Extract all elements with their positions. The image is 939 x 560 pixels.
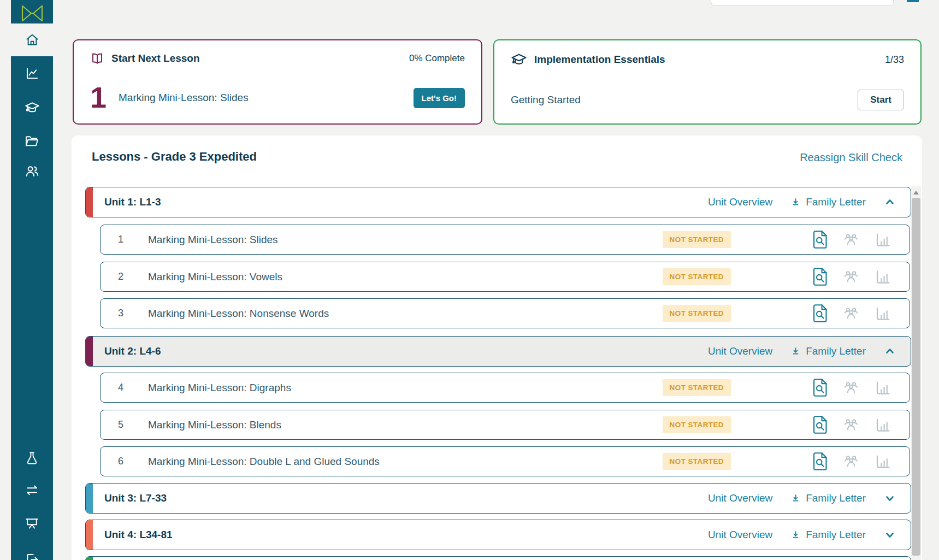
unit-accent-bar xyxy=(86,484,93,513)
group-assign-icon[interactable] xyxy=(843,455,859,469)
download-icon xyxy=(790,493,801,504)
reassign-skill-check-link[interactable]: Reassign Skill Check xyxy=(800,151,902,164)
lesson-row[interactable]: 6 Marking Mini-Lesson: Double L and Glue… xyxy=(100,446,910,476)
scrollbar[interactable] xyxy=(911,186,921,560)
logo-bowtie-icon xyxy=(20,4,44,23)
unit-accent-bar xyxy=(86,520,93,550)
lesson-row[interactable]: 5 Marking Mini-Lesson: Blends NOT STARTE… xyxy=(100,410,910,440)
sidebar-item-students[interactable] xyxy=(11,155,53,187)
results-chart-icon[interactable] xyxy=(875,454,891,469)
chevron-down-icon[interactable] xyxy=(883,492,896,505)
sidebar-item-sign-out[interactable] xyxy=(11,543,53,560)
presentation-board-icon xyxy=(25,516,39,531)
unit-header[interactable]: Unit 1: L1-3 Unit Overview Family Letter xyxy=(85,187,911,217)
group-assign-icon[interactable] xyxy=(843,381,859,395)
lesson-preview-icon[interactable] xyxy=(813,230,828,249)
family-letter-link[interactable]: Family Letter xyxy=(790,492,866,504)
lets-go-button[interactable]: Let's Go! xyxy=(414,88,465,108)
chevron-up-icon[interactable] xyxy=(883,196,896,209)
sidebar-item-resources[interactable] xyxy=(11,125,53,157)
lesson-row[interactable]: 4 Marking Mini-Lesson: Digraphs NOT STAR… xyxy=(100,373,910,403)
unit-overview-link[interactable]: Unit Overview xyxy=(708,529,772,541)
group-assign-icon[interactable] xyxy=(843,233,859,247)
status-badge: NOT STARTED xyxy=(663,453,731,470)
scroll-up-arrow-icon[interactable] xyxy=(913,191,919,194)
topbar-button-fragment[interactable] xyxy=(907,0,919,2)
family-letter-link[interactable]: Family Letter xyxy=(790,196,866,208)
group-assign-icon[interactable] xyxy=(843,418,859,432)
lesson-number: 6 xyxy=(118,456,148,467)
status-badge: NOT STARTED xyxy=(663,305,731,322)
chevron-up-icon[interactable] xyxy=(883,345,896,358)
sidebar-item-presentation[interactable] xyxy=(11,508,53,539)
line-chart-icon xyxy=(25,66,39,80)
group-assign-icon[interactable] xyxy=(843,306,859,321)
sidebar-item-courses[interactable] xyxy=(11,92,53,123)
unit-accent-bar xyxy=(86,557,93,560)
essentials-count: 1/33 xyxy=(885,54,904,66)
results-chart-icon[interactable] xyxy=(875,306,891,321)
results-chart-icon[interactable] xyxy=(875,380,891,396)
unit-header[interactable]: Unit 4: L34-81 Unit Overview Family Lett… xyxy=(85,520,911,550)
start-button[interactable]: Start xyxy=(858,90,904,110)
unit-name: Unit 3: L7-33 xyxy=(104,492,167,504)
users-icon xyxy=(25,163,40,179)
unit-overview-link[interactable]: Unit Overview xyxy=(708,345,772,357)
lesson-title: Marking Mini-Lesson: Nonsense Words xyxy=(148,308,663,320)
lesson-preview-icon[interactable] xyxy=(813,304,828,323)
lesson-number: 3 xyxy=(118,308,148,319)
progress-label: 0% Complete xyxy=(409,53,465,64)
sidebar-item-home[interactable] xyxy=(11,23,53,56)
search-input[interactable] xyxy=(711,0,894,6)
swap-arrows-icon xyxy=(25,483,39,498)
family-letter-link[interactable]: Family Letter xyxy=(790,529,866,541)
lesson-number: 1 xyxy=(90,85,107,110)
unit-header[interactable] xyxy=(85,556,911,560)
unit-header[interactable]: Unit 3: L7-33 Unit Overview Family Lette… xyxy=(85,483,911,514)
lesson-row[interactable]: 3 Marking Mini-Lesson: Nonsense Words NO… xyxy=(100,298,910,328)
app-logo[interactable] xyxy=(11,0,53,23)
results-chart-icon[interactable] xyxy=(875,417,891,433)
lesson-title: Marking Mini-Lesson: Blends xyxy=(148,419,663,431)
lesson-row[interactable]: 1 Marking Mini-Lesson: Slides NOT STARTE… xyxy=(100,225,910,255)
home-icon xyxy=(25,33,39,47)
unit-overview-link[interactable]: Unit Overview xyxy=(708,196,772,208)
lesson-number: 4 xyxy=(118,382,148,393)
lesson-number: 2 xyxy=(118,271,148,282)
lesson-row[interactable]: 2 Marking Mini-Lesson: Vowels NOT STARTE… xyxy=(100,262,910,292)
download-icon xyxy=(790,197,801,208)
page-title: Lessons - Grade 3 Expedited xyxy=(92,150,257,164)
sidebar-item-assessments[interactable] xyxy=(11,442,53,474)
sign-out-icon xyxy=(25,552,40,560)
sidebar-item-reports[interactable] xyxy=(11,57,53,89)
results-chart-icon[interactable] xyxy=(875,232,891,247)
lesson-preview-icon[interactable] xyxy=(813,267,828,286)
unit-header[interactable]: Unit 2: L4-6 Unit Overview Family Letter xyxy=(85,336,911,367)
graduation-cap-icon xyxy=(511,51,527,68)
status-badge: NOT STARTED xyxy=(663,268,731,285)
status-badge: NOT STARTED xyxy=(663,379,731,396)
scrollbar-thumb[interactable] xyxy=(912,198,920,556)
status-badge: NOT STARTED xyxy=(663,416,731,433)
lesson-preview-icon[interactable] xyxy=(813,378,828,397)
folder-icon xyxy=(25,134,39,149)
chevron-down-icon[interactable] xyxy=(883,528,896,541)
lessons-panel: Lessons - Grade 3 Expedited Reassign Ski… xyxy=(72,135,922,560)
unit-overview-link[interactable]: Unit Overview xyxy=(708,492,772,504)
download-icon xyxy=(790,529,801,541)
results-chart-icon[interactable] xyxy=(875,269,891,285)
lesson-title: Marking Mini-Lesson: Vowels xyxy=(148,271,663,283)
status-badge: NOT STARTED xyxy=(663,231,731,248)
sidebar-item-transfer[interactable] xyxy=(11,474,53,506)
lesson-preview-icon[interactable] xyxy=(813,452,828,471)
lesson-preview-icon[interactable] xyxy=(813,415,828,434)
unit-accent-bar xyxy=(86,187,93,217)
lesson-title: Marking Mini-Lesson: Slides xyxy=(148,234,663,246)
group-assign-icon[interactable] xyxy=(843,270,859,284)
unit-accent-bar xyxy=(86,337,93,366)
start-next-lesson-card: Start Next Lesson 0% Complete 1 Marking … xyxy=(73,39,482,125)
family-letter-link[interactable]: Family Letter xyxy=(790,345,866,357)
graduation-cap-icon xyxy=(25,100,40,115)
unit-name: Unit 1: L1-3 xyxy=(104,196,161,208)
lesson-title: Marking Mini-Lesson: Digraphs xyxy=(148,382,663,394)
